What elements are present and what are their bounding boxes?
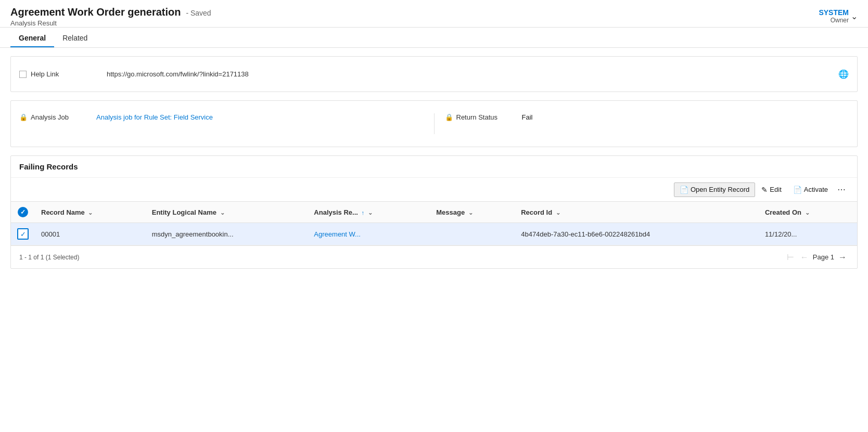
table-body: ✓ 00001 msdyn_agreementbookin... Agreeme… [11,223,857,245]
page-label: Page 1 [813,253,834,261]
page-title-row: Agreement Work Order generation - Saved [10,6,211,18]
col-entity-logical-name[interactable]: Entity Logical Name ⌄ [146,202,308,223]
col-created-on-sort-icon: ⌄ [805,210,810,216]
table-footer: 1 - 1 of 1 (1 Selected) ⊢ ← Page 1 → [11,245,857,268]
edit-label: Edit [770,186,781,193]
help-link-card: Help Link https://go.microsoft.com/fwlin… [10,56,858,92]
header-left: Agreement Work Order generation - Saved … [10,6,211,27]
col-message[interactable]: Message ⌄ [430,202,515,223]
cell-analysis-re[interactable]: Agreement W... [308,223,430,245]
owner-name: SYSTEM [819,8,849,17]
cell-record-id: 4b474deb-7a30-ec11-b6e6-002248261bd4 [515,223,759,245]
globe-icon: 🌐 [838,69,849,79]
table-header: ✓ Record Name ⌄ Entity Logical Name ⌄ [11,202,857,223]
saved-status: - Saved [186,9,211,17]
cell-analysis-re-link[interactable]: Agreement W... [314,230,361,238]
analysis-job-label: Analysis Job [31,113,93,121]
help-link-label: Help Link [31,70,59,78]
next-page-button[interactable]: → [836,252,849,263]
open-entity-record-button[interactable]: 📄 Open Entity Record [674,182,755,197]
col-analysis-re-label: Analysis Re... [314,208,358,216]
col-analysis-re-sort-desc-icon: ⌄ [368,210,373,216]
col-message-label: Message [436,208,465,216]
col-entity-logical-name-sort-icon: ⌄ [220,210,225,216]
record-count-label: 1 - 1 of 1 (1 Selected) [19,254,79,261]
return-status-label: Return Status [456,113,519,121]
table-row[interactable]: ✓ 00001 msdyn_agreementbookin... Agreeme… [11,223,857,245]
activate-doc-icon: 📄 [793,186,802,194]
help-link-row: Help Link https://go.microsoft.com/fwlin… [19,65,849,83]
col-record-id[interactable]: Record Id ⌄ [515,202,759,223]
owner-role: Owner [819,17,849,24]
return-status-cell: 🔒 Return Status Fail [445,113,849,121]
first-page-button[interactable]: ⊢ [785,251,796,263]
analysis-job-lock-icon: 🔒 [19,113,28,121]
failing-records-section: Failing Records 📄 Open Entity Record ✎ E… [10,155,858,269]
help-link-value: https://go.microsoft.com/fwlink/?linkid=… [107,70,834,78]
activate-button[interactable]: 📄 Activate [788,183,833,197]
page-header: Agreement Work Order generation - Saved … [0,0,868,28]
col-record-id-sort-icon: ⌄ [556,210,560,216]
return-status-value: Fail [522,113,533,121]
owner-info: SYSTEM Owner [819,8,849,24]
failing-records-table: ✓ Record Name ⌄ Entity Logical Name ⌄ [11,202,857,245]
analysis-job-value[interactable]: Analysis job for Rule Set: Field Service [96,113,213,121]
analysis-card: 🔒 Analysis Job Analysis job for Rule Set… [10,100,858,147]
prev-page-button[interactable]: ← [798,252,811,263]
cell-created-on: 11/12/20... [759,223,857,245]
col-message-sort-icon: ⌄ [468,210,473,216]
col-created-on[interactable]: Created On ⌄ [759,202,857,223]
owner-chevron-icon[interactable]: ⌄ [851,11,858,21]
return-status-lock-icon: 🔒 [445,113,453,121]
select-all-checkbox[interactable]: ✓ [18,207,28,217]
edit-pencil-icon: ✎ [761,186,768,194]
open-entity-record-doc-icon: 📄 [680,186,688,194]
row-checkbox-cell[interactable]: ✓ [11,223,35,245]
analysis-job-cell: 🔒 Analysis Job Analysis job for Rule Set… [19,113,424,121]
more-options-button[interactable]: ⋯ [834,182,849,197]
main-content: Help Link https://go.microsoft.com/fwlin… [0,56,868,279]
help-link-checkbox-icon [19,71,27,78]
failing-records-toolbar: 📄 Open Entity Record ✎ Edit 📄 Activate ⋯ [11,178,857,202]
row-checkbox[interactable]: ✓ [17,228,29,240]
vertical-divider [434,113,435,134]
col-record-id-label: Record Id [521,208,552,216]
col-record-name[interactable]: Record Name ⌄ [35,202,146,223]
open-entity-record-label: Open Entity Record [691,186,749,193]
failing-records-table-container: ✓ Record Name ⌄ Entity Logical Name ⌄ [11,202,857,245]
col-analysis-re[interactable]: Analysis Re... ↑ ⌄ [308,202,430,223]
failing-records-title: Failing Records [11,156,857,178]
col-created-on-label: Created On [765,208,801,216]
tab-related[interactable]: Related [54,30,96,47]
col-record-name-sort-icon: ⌄ [88,210,93,216]
cell-entity-logical-name: msdyn_agreementbookin... [146,223,308,245]
cell-record-name: 00001 [35,223,146,245]
help-link-left: Help Link [19,70,103,78]
analysis-info-row: 🔒 Analysis Job Analysis job for Rule Set… [19,109,849,138]
edit-button[interactable]: ✎ Edit [756,183,786,197]
page-subtitle: Analysis Result [10,19,211,27]
cell-message [430,223,515,245]
activate-label: Activate [804,186,828,193]
select-all-header[interactable]: ✓ [11,202,35,223]
header-right: SYSTEM Owner ⌄ [819,6,858,24]
col-entity-logical-name-label: Entity Logical Name [152,208,216,216]
tab-bar: General Related [0,30,868,48]
col-record-name-label: Record Name [41,208,85,216]
tab-general[interactable]: General [10,30,54,47]
page-title: Agreement Work Order generation [10,6,181,18]
pagination: ⊢ ← Page 1 → [785,251,849,263]
col-analysis-re-sort-asc-icon: ↑ [362,210,365,216]
